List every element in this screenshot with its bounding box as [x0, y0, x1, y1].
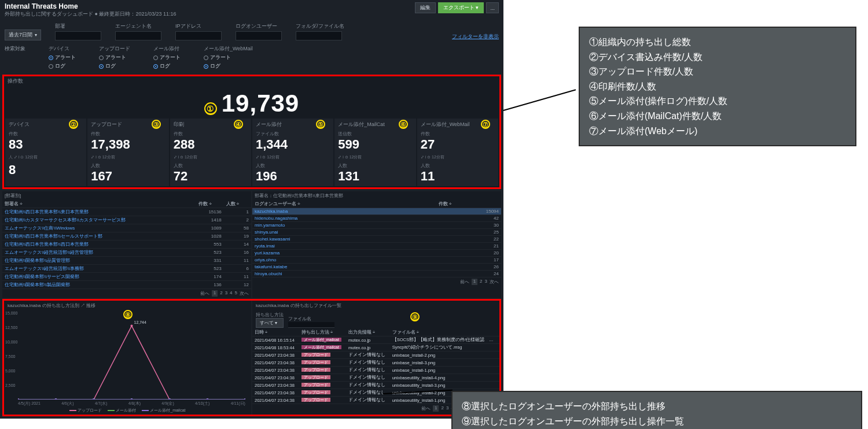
leader-line-1 [503, 89, 576, 111]
export-button[interactable]: エクスポート ▾ [438, 2, 484, 13]
pager-item[interactable]: 3 [225, 290, 227, 297]
target-radio-1-1[interactable]: ログ [99, 62, 130, 70]
pager-item[interactable]: 1 [433, 405, 439, 412]
radio-icon [49, 64, 53, 69]
table-row[interactable]: takafumi.katabe26 [252, 264, 501, 271]
svg-point-3 [131, 325, 133, 327]
table-row[interactable]: 住宅動画\\開発本部\\サービス開発部17411 [2, 273, 251, 281]
table-row[interactable]: 2021/04/07 23:04:38アップロードドメイン情報なしunixbas… [252, 352, 499, 359]
table-row[interactable]: 住宅動画\\西日本営業本部\\セールスサポート部102819 [2, 232, 251, 241]
dept-pager[interactable]: 前へ12345次へ [2, 289, 251, 298]
pager-item[interactable]: 1 [472, 279, 477, 285]
filter-input-3[interactable] [236, 31, 282, 40]
table-row[interactable]: エムオーテックス\\経営統活部\\経営管理部52316 [2, 249, 251, 257]
more-button[interactable]: ... [486, 2, 499, 13]
pager-item[interactable]: 前へ [200, 290, 209, 297]
target-radio-1-0[interactable]: アラート [99, 54, 130, 61]
col-header[interactable]: 部署名 ÷ [2, 200, 196, 208]
legend-item[interactable]: アップロード [69, 408, 102, 413]
table-row[interactable]: shinya.unai25 [252, 229, 501, 236]
col-header[interactable]: 持ち出し方法 ÷ [299, 329, 346, 336]
filter-input-4[interactable] [296, 31, 342, 40]
svg-point-15 [55, 398, 57, 400]
filter-bar: 過去7日間▾ 部署エージェント名IPアドレスログオンユーザーフォルダ/ファイル名… [0, 20, 503, 43]
dashboard: Internal Threats Home 外部持ち出しに関するダッシュボード … [0, 0, 503, 419]
pager-item[interactable]: 5 [235, 290, 237, 297]
table-row[interactable]: min.yamamoto30 [252, 222, 501, 229]
pager-item[interactable]: 1 [212, 290, 218, 297]
table-row[interactable]: 2021/04/07 23:04:38アップロードドメイン情報なしunixbas… [252, 359, 499, 367]
pager-item[interactable]: 次へ [240, 290, 249, 297]
legend-item[interactable]: メール添付 [108, 408, 136, 413]
dept-table-title: [部署別] [2, 191, 251, 200]
metric-tile-4[interactable]: ⑥ メール添付_MailCat 送信数 599 ⤢ i ⊙ 12分前 人数 13… [334, 119, 415, 186]
edit-button[interactable]: 編集 [415, 2, 436, 13]
table-row[interactable]: oriya.ohno17 [252, 257, 501, 264]
page-title: Internal Threats Home [5, 2, 176, 10]
filter-label-2: IPアドレス [175, 23, 222, 30]
table-row[interactable]: 2021/04/07 23:04:38アップロードドメイン情報なしunixbas… [252, 367, 499, 374]
target-radio-0-1[interactable]: ログ [49, 62, 76, 70]
metric-tile-2[interactable]: ④ 印刷 件数 288 ⤢ i ⊙ 12分前 人数 72 [170, 119, 251, 186]
table-row[interactable]: 住宅動画\\開発本部\\製品開発部13612 [2, 281, 251, 289]
col-header[interactable]: 件数 ÷ [196, 200, 223, 208]
col-header[interactable]: 日時 ÷ [252, 329, 299, 336]
table-row[interactable]: 2021/04/07 23:04:38アップロードドメイン情報なしunixbas… [252, 382, 499, 389]
table-row[interactable]: 2021/04/08 16:15:14メール添付_mailcatmotex.co… [252, 336, 499, 344]
chart-area[interactable]: 2,5005,0007,50010,00012,50015,00012,744 [18, 313, 245, 400]
svg-point-19 [207, 398, 209, 400]
table-row[interactable]: kazuchika.inaba15094 [252, 208, 501, 215]
table-row[interactable]: yuri.kazama20 [252, 250, 501, 257]
metric-tile-5[interactable]: ⑦ メール添付_WebMail 件数 27 ⤢ i ⊙ 12分前 人数 11 [417, 119, 498, 186]
col-header[interactable]: 件数 ÷ [436, 200, 501, 208]
radio-icon [204, 64, 208, 69]
target-radio-0-0[interactable]: アラート [49, 54, 76, 61]
timerange-select[interactable]: 過去7日間▾ [5, 29, 41, 40]
table-row[interactable]: 2021/04/08 18:53:44メール添付_mailcatmotex.co… [252, 344, 499, 352]
col-header[interactable]: 人数 ÷ [224, 200, 251, 208]
file-filter-input[interactable] [288, 322, 334, 328]
hide-filters-link[interactable]: フィルターを非表示 [452, 33, 499, 40]
marker-3: ③ [152, 120, 161, 129]
method-filter-select[interactable]: すべて ▾ [256, 318, 284, 328]
pager-item[interactable]: 4 [230, 290, 232, 297]
pager-item[interactable]: 前へ [460, 279, 469, 285]
pager-item[interactable]: 2 [441, 405, 443, 412]
table-row[interactable]: エムオーテックス\\住商\\Windows108958 [2, 224, 251, 232]
legend-item[interactable]: メール添付_mailcat [142, 408, 185, 413]
table-row[interactable]: hidenobu.nagashima42 [252, 215, 501, 222]
pager-item[interactable]: 2 [480, 279, 482, 285]
metric-tile-1[interactable]: ③ アップロード 件数 17,398 ⤢ i ⊙ 12分前 人数 167 [87, 119, 168, 186]
table-row[interactable]: ryota.imai21 [252, 243, 501, 250]
col-header[interactable]: 出力先情報 ÷ [346, 329, 390, 336]
col-header[interactable]: ログオンユーザー名 ÷ [252, 200, 436, 208]
metric-tile-3[interactable]: ⑤ メール添付 ファイル数 1,344 ⤢ i ⊙ 12分前 人数 196 [252, 119, 333, 186]
header: Internal Threats Home 外部持ち出しに関するダッシュボード … [0, 0, 503, 20]
table-row[interactable]: エムオーテックス\\経営統活部\\事務部5236 [2, 265, 251, 273]
page-subtitle: 外部持ち出しに関するダッシュボード ● 最終更新日時：2021/03/23 11… [5, 10, 176, 18]
target-radio-2-0[interactable]: アラート [153, 54, 181, 61]
metric-tile-0[interactable]: ② デバイス 件数 83 人 ⤢ i ⊙ 12分前 8 [5, 119, 86, 186]
target-radio-3-0[interactable]: アラート [204, 54, 253, 61]
pager-item[interactable]: 3 [446, 405, 448, 412]
svg-point-17 [131, 398, 133, 400]
target-head-2: メール添付 [153, 45, 181, 53]
table-row[interactable]: 2021/04/07 23:04:38アップロードドメイン情報なしunixbas… [252, 374, 499, 382]
table-row[interactable]: 住宅動画\\西日本営業本部\\西日本営業部55314 [2, 241, 251, 249]
filter-input-1[interactable] [115, 31, 161, 40]
user-pager[interactable]: 前へ123次へ [252, 278, 501, 286]
table-row[interactable]: 住宅動画\\開発本部\\品質管理部33111 [2, 257, 251, 265]
col-header[interactable]: ファイル名 ÷ [390, 329, 499, 336]
table-row[interactable]: hiroya.obuchi24 [252, 271, 501, 278]
pager-item[interactable]: 前へ [421, 405, 431, 412]
table-row[interactable]: 住宅動画\\カスタマーサクセス本部\\カスタマーサービス部14182 [2, 216, 251, 224]
filter-input-0[interactable] [55, 31, 101, 40]
table-row[interactable]: shohei.kawasami22 [252, 236, 501, 243]
pager-item[interactable]: 次へ [490, 279, 499, 285]
pager-item[interactable]: 3 [485, 279, 487, 285]
table-row[interactable]: 住宅動画\\西日本営業本部\\東日本営業部151361 [2, 208, 251, 216]
target-radio-3-1[interactable]: ログ [204, 62, 253, 70]
target-radio-2-1[interactable]: ログ [153, 62, 181, 70]
filter-input-2[interactable] [175, 31, 222, 40]
pager-item[interactable]: 2 [220, 290, 222, 297]
